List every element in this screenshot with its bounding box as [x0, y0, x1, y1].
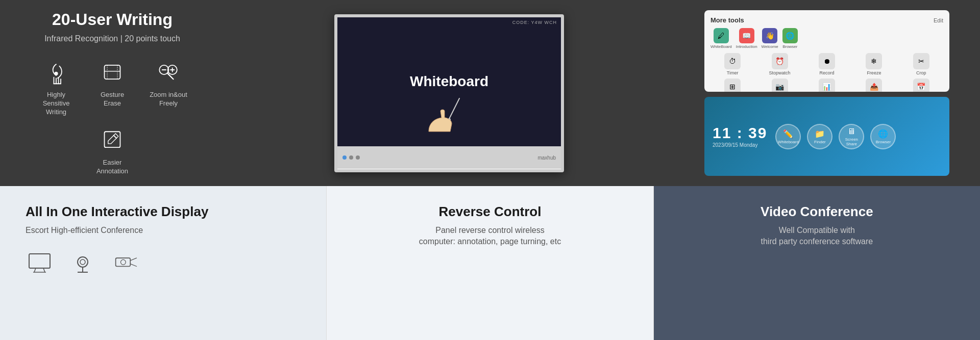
wb-pagination — [342, 155, 360, 160]
more-tools-title: More tools — [710, 16, 744, 24]
tool-freeze-icon: ❄ — [866, 53, 882, 69]
app-finder-circle: 📁 Finder — [807, 124, 832, 149]
tool-freeze: ❄ Freeze — [852, 53, 896, 75]
svg-line-14 — [34, 268, 36, 272]
allInOne-icons — [26, 251, 140, 274]
tool-filetran-icon: 📤 — [866, 79, 882, 92]
tool-crop-label: Crop — [916, 70, 926, 75]
tools-grid: ⏱ Timer ⏰ Stopwatch ⏺ Record ❄ Freeze — [710, 53, 943, 92]
svg-point-17 — [78, 257, 88, 267]
tool-timer: ⏱ Timer — [710, 53, 754, 75]
app-whiteboard-symbol: ✏️ — [783, 129, 793, 139]
center-panel: CODE: Y4W WCH Whiteboard — [194, 14, 704, 172]
subtitle: Infrared Recognition | 20 points touch — [31, 34, 194, 43]
app-wb-label: WhiteBoard — [710, 44, 732, 49]
svg-line-11 — [449, 98, 459, 119]
bottom-section: All In One Interactive Display Escort Hi… — [0, 186, 980, 340]
zoom-icon — [155, 59, 183, 87]
tool-stopwatch-icon: ⏰ — [772, 53, 788, 69]
feature-sensitive: HighlySensitive Writing — [33, 59, 79, 117]
whiteboard-label: Whiteboard — [410, 73, 488, 90]
video-subtitle: Well Compatible withthird party conferen… — [761, 225, 873, 248]
edit-button[interactable]: Edit — [934, 17, 943, 23]
wb-brand: maxhub — [537, 155, 556, 161]
app-screenshare-symbol: 🖥 — [847, 127, 855, 136]
svg-point-22 — [120, 259, 126, 265]
whiteboard-screen: CODE: Y4W WCH Whiteboard — [337, 17, 561, 146]
tool-crop-icon: ✂ — [913, 53, 929, 69]
tool-record-icon: ⏺ — [819, 53, 835, 69]
svg-rect-21 — [116, 258, 131, 266]
tool-camera-icon: 📷 — [772, 79, 788, 92]
tool-filetran: 📤 Fast File Tran... — [852, 79, 896, 92]
tool-timer-label: Timer — [727, 70, 739, 75]
touch-icon — [42, 59, 70, 87]
monitor-icon — [26, 251, 54, 274]
svg-line-10 — [114, 135, 116, 138]
app-wb-icon: 🖊 — [714, 28, 729, 43]
svg-point-18 — [80, 259, 85, 265]
wb-dot-2 — [349, 155, 353, 160]
tool-crop: ✂ Crop — [899, 53, 943, 75]
feature-zoom-label: Zoom in&outFreely — [150, 91, 187, 108]
top-section: 20-User Writing Infrared Recognition | 2… — [0, 0, 980, 186]
app-browser-symbol: 🌐 — [878, 129, 888, 139]
tool-record: ⏺ Record — [805, 53, 849, 75]
more-tools-panel: More tools Edit 🖊 WhiteBoard 📖 Introduct… — [704, 10, 949, 92]
clock-apps-panel: 11 : 39 2023/09/15 Monday ✏️ Whiteboard … — [704, 97, 949, 176]
app-browser-circle: 🌐 Browser — [870, 124, 896, 149]
feature-gesture: GestureErase — [89, 59, 135, 117]
svg-rect-1 — [105, 65, 120, 79]
wb-dot-1 — [342, 155, 347, 160]
app-browser: 🌐 Browser — [782, 28, 798, 49]
tool-split-icon: ⊞ — [724, 79, 741, 92]
bottom-col-allInOne: All In One Interactive Display Escort Hi… — [0, 186, 326, 340]
app-row-top: 🖊 WhiteBoard 📖 Introduction 👋 Welcome 🌐 … — [710, 28, 943, 49]
hand-writing — [419, 93, 480, 136]
projector-icon-item — [112, 251, 140, 274]
main-title: 20-User Writing — [31, 10, 194, 29]
tool-stopwatch: ⏰ Stopwatch — [757, 53, 801, 75]
tool-split: ⊞ Split screen — [710, 79, 754, 92]
tool-stopwatch-label: Stopwatch — [769, 70, 791, 75]
wb-dot-3 — [356, 155, 360, 160]
svg-rect-13 — [29, 254, 50, 268]
tools-panel-header: More tools Edit — [710, 16, 943, 24]
tool-timer-icon: ⏱ — [724, 53, 741, 69]
app-welcome: 👋 Welcome — [762, 28, 778, 49]
app-whiteboard-circle-label: Whiteboard — [778, 140, 799, 144]
whiteboard-code: CODE: Y4W WCH — [512, 20, 557, 25]
app-intro: 📖 Introduction — [736, 28, 757, 49]
allInOne-subtitle: Escort High-efficient Conference — [26, 225, 143, 236]
allInOne-title: All In One Interactive Display — [26, 204, 208, 220]
app-browser-label: Browser — [782, 44, 797, 49]
app-intro-label: Introduction — [736, 44, 757, 49]
app-intro-icon: 📖 — [739, 28, 754, 43]
video-title: Video Conference — [761, 204, 873, 220]
app-finder-circle-label: Finder — [814, 140, 826, 144]
feature-annotation-label: EasierAnnotation — [96, 159, 128, 176]
tool-calendar-icon: 📅 — [913, 79, 929, 92]
feature-sensitive-label: HighlySensitive Writing — [33, 91, 79, 117]
app-icons-row: ✏️ Whiteboard 📁 Finder 🖥 Screen Share 🌐 … — [775, 124, 896, 149]
reverse-subtitle: Panel reverse control wirelesscomputer: … — [419, 225, 561, 248]
app-welcome-label: Welcome — [762, 44, 778, 49]
webcam-icon — [69, 251, 97, 274]
tool-pollkit-icon: 📊 — [819, 79, 835, 92]
monitor-icon-item — [26, 251, 54, 274]
app-whiteboard-circle: ✏️ Whiteboard — [775, 124, 801, 149]
svg-point-0 — [55, 72, 57, 75]
tool-pollkit: 📊 PolIKit — [805, 79, 849, 92]
left-panel: 20-User Writing Infrared Recognition | 2… — [31, 10, 194, 176]
whiteboard-bottom-bar: maxhub — [337, 146, 561, 169]
app-finder-symbol: 📁 — [815, 129, 825, 139]
features-grid: HighlySensitive Writing GestureErase — [31, 59, 194, 176]
tool-calendar: 📅 Calendar — [899, 79, 943, 92]
erase-icon — [99, 59, 127, 87]
projector-icon — [112, 251, 140, 274]
bottom-col-reverse: Reverse Control Panel reverse control wi… — [326, 186, 653, 340]
feature-zoom: Zoom in&outFreely — [145, 59, 191, 117]
svg-rect-9 — [105, 132, 120, 147]
bottom-col-video: Video Conference Well Compatible withthi… — [654, 186, 980, 340]
app-browser-icon: 🌐 — [782, 28, 798, 43]
